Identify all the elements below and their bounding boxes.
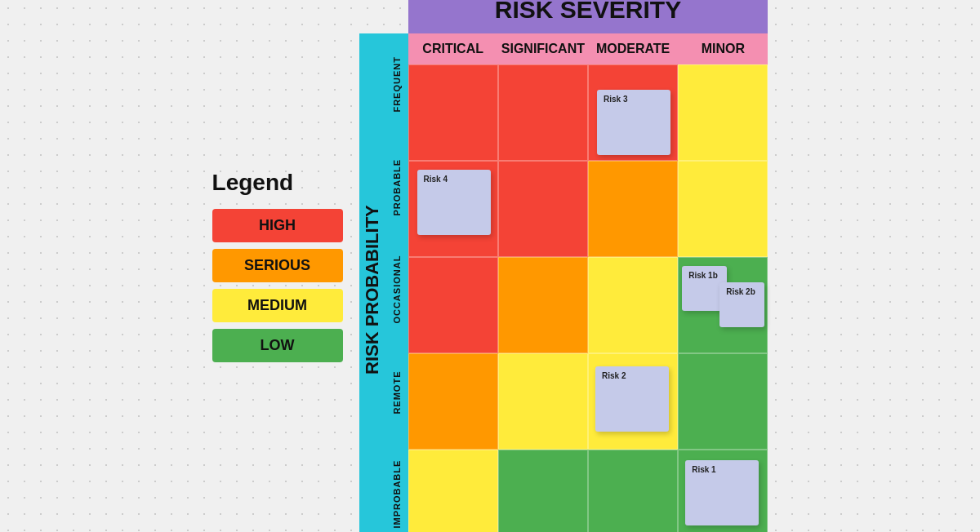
risk-4-note[interactable]: Risk 4: [417, 170, 491, 235]
legend: Legend HIGH SERIOUS MEDIUM LOW: [212, 170, 343, 362]
page-container: Legend HIGH SERIOUS MEDIUM LOW RISK SEVE…: [196, 0, 785, 532]
cell-remote-critical: [408, 353, 498, 450]
y-axis: RISK PROBABILITY FREQUENTPROBABLEOCCASIO…: [359, 33, 408, 532]
cell-occasional-minor: Risk 1b Risk 2b: [678, 257, 768, 353]
grid: CRITICAL SIGNIFICANT MODERATE MINOR Risk…: [408, 33, 768, 532]
risk-2b-note[interactable]: Risk 2b: [719, 282, 764, 327]
y-row-label-remote: REMOTE: [385, 341, 408, 444]
cell-frequent-moderate: Risk 3: [588, 64, 678, 161]
cell-frequent-critical: [408, 64, 498, 161]
cell-probable-moderate: [588, 161, 678, 257]
legend-item-serious: SERIOUS: [212, 249, 343, 282]
cell-occasional-significant: [498, 257, 588, 353]
legend-item-medium: MEDIUM: [212, 289, 343, 322]
risk-matrix: RISK SEVERITY RISK PROBABILITY FREQUENTP…: [359, 0, 768, 532]
col-headers: CRITICAL SIGNIFICANT MODERATE MINOR: [408, 33, 768, 64]
y-row-label-improbable: IMPROBABLE: [385, 443, 408, 532]
legend-item-low: LOW: [212, 329, 343, 362]
risk-2-note[interactable]: Risk 2: [595, 366, 669, 432]
row-occasional: Risk 1b Risk 2b: [408, 257, 768, 353]
cell-frequent-significant: [498, 64, 588, 161]
risk-3-note[interactable]: Risk 3: [597, 90, 670, 155]
row-remote: Risk 2: [408, 353, 768, 450]
row-improbable: Risk 1: [408, 450, 768, 532]
cell-probable-significant: [498, 161, 588, 257]
legend-title: Legend: [212, 170, 343, 196]
cell-improbable-moderate: [588, 450, 678, 532]
y-row-label-frequent: FREQUENT: [385, 33, 408, 136]
cell-occasional-critical: [408, 257, 498, 353]
cell-improbable-critical: [408, 450, 498, 532]
cell-occasional-moderate: [588, 257, 678, 353]
y-row-labels: FREQUENTPROBABLEOCCASIONALREMOTEIMPROBAB…: [385, 33, 408, 532]
cell-frequent-minor: [678, 64, 768, 161]
col-header-moderate: MODERATE: [588, 33, 678, 64]
cell-remote-significant: [498, 353, 588, 450]
risk-1-note[interactable]: Risk 1: [685, 460, 759, 525]
col-header-significant: SIGNIFICANT: [498, 33, 588, 64]
cell-remote-minor: [678, 353, 768, 450]
row-frequent: Risk 3: [408, 64, 768, 161]
cell-remote-moderate: Risk 2: [588, 353, 678, 450]
col-header-critical: CRITICAL: [408, 33, 498, 64]
y-axis-label: RISK PROBABILITY: [359, 33, 385, 532]
cell-probable-critical: Risk 4: [408, 161, 498, 257]
grid-rows: Risk 3 Risk 4: [408, 64, 768, 532]
cell-improbable-significant: [498, 450, 588, 532]
row-probable: Risk 4: [408, 161, 768, 257]
y-row-label-probable: PROBABLE: [385, 136, 408, 239]
cell-probable-minor: [678, 161, 768, 257]
cell-improbable-minor: Risk 1: [678, 450, 768, 532]
matrix-title: RISK SEVERITY: [408, 0, 768, 33]
legend-item-high: HIGH: [212, 209, 343, 242]
col-header-minor: MINOR: [678, 33, 768, 64]
y-row-label-occasional: OCCASIONAL: [385, 238, 408, 341]
